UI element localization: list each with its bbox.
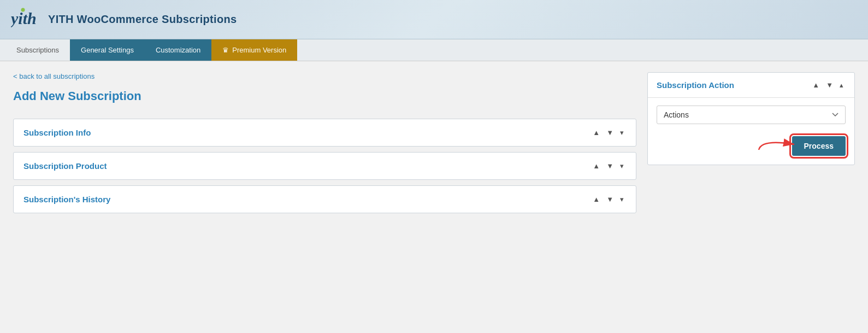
section-history-down-btn[interactable]: ▼ — [604, 195, 616, 204]
section-product-up-btn[interactable]: ▲ — [591, 161, 602, 171]
panel-collapse-btn[interactable]: ▴ — [837, 80, 846, 90]
tab-customization[interactable]: Customization — [145, 39, 211, 61]
main-content: < back to all subscriptions Add New Subs… — [0, 61, 868, 225]
section-product-title: Subscription Product — [23, 161, 107, 171]
page-title: Add New Subscription — [13, 89, 636, 103]
panel-title: Subscription Action — [657, 80, 734, 90]
section-history-up-btn[interactable]: ▲ — [591, 195, 602, 204]
panel-body: Actions — [648, 98, 854, 132]
right-column: Subscription Action ▲ ▼ ▴ Actions — [647, 72, 855, 165]
logo-text: yith — [11, 7, 39, 32]
section-history-controls: ▲ ▼ ▾ — [591, 195, 626, 204]
premium-tab-label: Premium Version — [232, 46, 286, 54]
svg-text:yith: yith — [11, 9, 37, 27]
back-link[interactable]: < back to all subscriptions — [13, 72, 636, 80]
section-subscription-product: Subscription Product ▲ ▼ ▾ — [13, 152, 636, 180]
section-product-collapse-btn[interactable]: ▾ — [618, 161, 626, 171]
yith-logo-svg: yith — [11, 7, 39, 30]
section-info-header: Subscription Info ▲ ▼ ▾ — [14, 119, 636, 146]
crown-icon: ♛ — [222, 46, 229, 54]
section-history-title: Subscription's History — [23, 195, 110, 204]
section-info-title: Subscription Info — [23, 128, 91, 137]
process-button[interactable]: Process — [792, 136, 846, 156]
logo: yith — [11, 7, 39, 32]
section-product-down-btn[interactable]: ▼ — [604, 161, 616, 171]
section-info-down-btn[interactable]: ▼ — [604, 128, 616, 137]
tab-general-settings[interactable]: General Settings — [70, 39, 145, 61]
section-history-header: Subscription's History ▲ ▼ ▾ — [14, 186, 636, 213]
section-product-header: Subscription Product ▲ ▼ ▾ — [14, 153, 636, 179]
app-title: YITH WooCommerce Subscriptions — [48, 13, 237, 26]
panel-header: Subscription Action ▲ ▼ ▴ — [648, 73, 854, 98]
svg-point-1 — [21, 8, 25, 12]
panel-down-btn[interactable]: ▼ — [824, 80, 835, 90]
panel-footer: Process — [648, 132, 854, 165]
subscription-action-panel: Subscription Action ▲ ▼ ▴ Actions — [647, 72, 855, 165]
app-header: yith YITH WooCommerce Subscriptions — [0, 0, 868, 39]
section-info-up-btn[interactable]: ▲ — [591, 128, 602, 137]
section-subscriptions-history: Subscription's History ▲ ▼ ▾ — [13, 185, 636, 213]
tab-subscriptions[interactable]: Subscriptions — [5, 39, 70, 61]
section-info-controls: ▲ ▼ ▾ — [591, 128, 626, 137]
section-product-controls: ▲ ▼ ▾ — [591, 161, 626, 171]
actions-select[interactable]: Actions — [657, 106, 846, 124]
tab-premium-version[interactable]: ♛ Premium Version — [211, 39, 297, 61]
panel-up-btn[interactable]: ▲ — [810, 80, 822, 90]
arrow-indicator — [756, 136, 800, 153]
section-info-collapse-btn[interactable]: ▾ — [618, 128, 626, 137]
left-column: < back to all subscriptions Add New Subs… — [13, 72, 636, 214]
section-history-collapse-btn[interactable]: ▾ — [618, 195, 626, 204]
panel-controls: ▲ ▼ ▴ — [810, 80, 846, 90]
section-subscription-info: Subscription Info ▲ ▼ ▾ — [13, 119, 636, 147]
nav-tabs: Subscriptions General Settings Customiza… — [0, 39, 868, 61]
